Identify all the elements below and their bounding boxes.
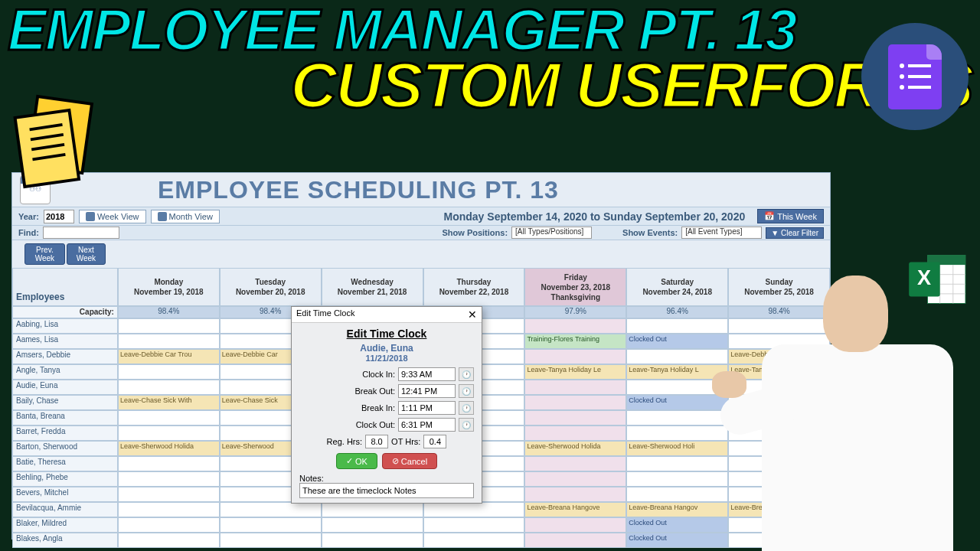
- schedule-cell[interactable]: [626, 456, 728, 471]
- schedule-cell[interactable]: [423, 502, 525, 517]
- employee-name[interactable]: Barton, Sherwood: [12, 441, 118, 456]
- schedule-cell[interactable]: [626, 318, 728, 334]
- schedule-cell[interactable]: [322, 517, 423, 533]
- schedule-cell[interactable]: Leave-Chase Sick With: [118, 395, 220, 410]
- schedule-cell[interactable]: [524, 380, 626, 395]
- schedule-cell[interactable]: [118, 487, 220, 502]
- schedule-cell[interactable]: Clocked Out: [626, 334, 728, 349]
- employee-name[interactable]: Bevilacqua, Ammie: [12, 502, 118, 517]
- schedule-cell[interactable]: Leave-Tanya Holiday Le: [524, 364, 626, 380]
- schedule-cell[interactable]: [220, 517, 322, 533]
- schedule-cell[interactable]: [118, 318, 220, 334]
- year-input[interactable]: [44, 210, 74, 223]
- schedule-cell[interactable]: Leave-Debbie Car Trou: [118, 349, 220, 364]
- schedule-cell[interactable]: [626, 425, 728, 441]
- break-out-input[interactable]: [398, 384, 456, 398]
- dialog-date: 11/21/2018: [299, 354, 474, 363]
- dialog-title: Edit Time Clock: [296, 308, 354, 321]
- employee-name[interactable]: Baily, Chase: [12, 395, 118, 410]
- employee-name[interactable]: Banta, Breana: [12, 410, 118, 425]
- schedule-cell[interactable]: Training-Flores Training: [524, 334, 626, 349]
- clock-out-input[interactable]: [398, 418, 456, 432]
- break-in-input[interactable]: [398, 401, 456, 415]
- notes-input[interactable]: [299, 483, 474, 498]
- employee-name[interactable]: Angle, Tanya: [12, 364, 118, 380]
- schedule-cell[interactable]: [322, 533, 423, 548]
- schedule-cell[interactable]: [118, 410, 220, 425]
- schedule-cell[interactable]: [220, 502, 322, 517]
- this-week-button[interactable]: 📅This Week: [757, 209, 824, 223]
- employee-name[interactable]: Aabing, Lisa: [12, 318, 118, 334]
- dialog-heading: Edit Time Clock: [299, 328, 474, 340]
- forms-icon: [861, 23, 969, 130]
- day-header: FridayNovember 23, 2018Thanksgiving: [524, 268, 626, 306]
- schedule-cell[interactable]: Leave-Breana Hangove: [524, 502, 626, 517]
- schedule-cell[interactable]: [524, 517, 626, 533]
- schedule-cell[interactable]: [524, 425, 626, 441]
- schedule-cell[interactable]: Leave-Sherwood Holida: [524, 441, 626, 456]
- find-input[interactable]: [43, 227, 119, 239]
- schedule-cell[interactable]: [118, 334, 220, 349]
- clear-filter-button[interactable]: ▼Clear Filter: [766, 227, 824, 239]
- schedule-cell[interactable]: Leave-Breana Hangov: [626, 502, 728, 517]
- week-view-button[interactable]: Week View: [79, 210, 146, 223]
- schedule-cell[interactable]: Clocked Out: [626, 517, 728, 533]
- schedule-cell[interactable]: [626, 487, 728, 502]
- schedule-cell[interactable]: [524, 318, 626, 334]
- schedule-cell[interactable]: Clocked Out: [626, 395, 728, 410]
- schedule-cell[interactable]: [423, 517, 525, 533]
- employee-name[interactable]: Blaker, Mildred: [12, 517, 118, 533]
- schedule-cell[interactable]: [118, 471, 220, 487]
- capacity-cell: 98.4%: [118, 306, 220, 318]
- clock-in-label: Clock In:: [341, 370, 395, 379]
- schedule-cell[interactable]: [220, 533, 322, 548]
- employee-name[interactable]: Behling, Phebe: [12, 471, 118, 487]
- next-week-button[interactable]: Next Week: [67, 243, 106, 265]
- schedule-cell[interactable]: [322, 502, 423, 517]
- employee-name[interactable]: Barret, Fredda: [12, 425, 118, 441]
- employee-name[interactable]: Amsers, Debbie: [12, 349, 118, 364]
- clock-picker-icon[interactable]: 🕐: [459, 367, 474, 381]
- close-icon[interactable]: ✕: [468, 308, 477, 321]
- schedule-cell[interactable]: [524, 410, 626, 425]
- schedule-cell[interactable]: [626, 410, 728, 425]
- schedule-cell[interactable]: [524, 349, 626, 364]
- schedule-cell[interactable]: [118, 456, 220, 471]
- schedule-cell[interactable]: [524, 487, 626, 502]
- cancel-button[interactable]: ⊘Cancel: [382, 453, 437, 469]
- clock-picker-icon[interactable]: 🕐: [459, 418, 474, 432]
- clock-picker-icon[interactable]: 🕐: [459, 401, 474, 415]
- events-dropdown[interactable]: [All Event Types]: [681, 227, 762, 239]
- prev-week-button[interactable]: Prev. Week: [24, 243, 65, 265]
- positions-dropdown[interactable]: [All Types/Positions]: [511, 227, 592, 239]
- schedule-cell[interactable]: [118, 425, 220, 441]
- schedule-cell[interactable]: [524, 456, 626, 471]
- employee-name[interactable]: Bevers, Mitchel: [12, 487, 118, 502]
- employee-name[interactable]: Audie, Euna: [12, 380, 118, 395]
- schedule-cell[interactable]: [524, 395, 626, 410]
- calendar-mini-icon: [86, 212, 95, 221]
- schedule-cell[interactable]: [118, 502, 220, 517]
- clock-in-input[interactable]: [398, 367, 456, 381]
- schedule-cell[interactable]: [118, 533, 220, 548]
- clock-picker-icon[interactable]: 🕐: [459, 384, 474, 398]
- schedule-cell[interactable]: [524, 533, 626, 548]
- dialog-titlebar[interactable]: Edit Time Clock ✕: [292, 307, 482, 323]
- ot-hrs-input[interactable]: [423, 435, 446, 448]
- schedule-cell[interactable]: [524, 471, 626, 487]
- employee-name[interactable]: Batie, Theresa: [12, 456, 118, 471]
- employee-name[interactable]: Aames, Lisa: [12, 334, 118, 349]
- schedule-cell[interactable]: [118, 380, 220, 395]
- schedule-cell[interactable]: Leave-Sherwood Holi: [626, 441, 728, 456]
- schedule-cell[interactable]: Leave-Sherwood Holida: [118, 441, 220, 456]
- schedule-cell[interactable]: [626, 471, 728, 487]
- employee-name[interactable]: Blakes, Angla: [12, 533, 118, 548]
- schedule-cell[interactable]: [118, 364, 220, 380]
- schedule-cell[interactable]: [118, 517, 220, 533]
- schedule-cell[interactable]: Clocked Out: [626, 533, 728, 548]
- schedule-cell[interactable]: [626, 349, 728, 364]
- month-view-button[interactable]: Month View: [151, 210, 220, 223]
- schedule-cell[interactable]: [423, 533, 525, 548]
- ok-button[interactable]: ✓OK: [336, 453, 377, 469]
- reg-hrs-input[interactable]: [365, 435, 388, 448]
